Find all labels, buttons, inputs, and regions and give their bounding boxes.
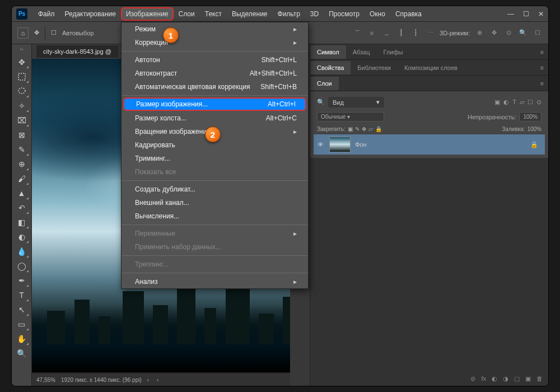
dodge-tool[interactable]: ◯ — [15, 259, 29, 273]
mask-icon[interactable]: ◐ — [492, 375, 497, 382]
lock-position-icon[interactable]: ✎ — [355, 126, 360, 132]
panel-menu-icon[interactable]: ≡ — [536, 49, 548, 55]
panel-menu-icon[interactable]: ≡ — [536, 80, 548, 87]
menu-item-calculations[interactable]: Вычисления... — [122, 209, 308, 223]
3d-pan-icon[interactable]: ✥ — [489, 28, 499, 38]
close-button[interactable]: ✕ — [538, 10, 544, 18]
filter-pixel-icon[interactable]: ▣ — [494, 99, 500, 106]
filter-type-icon[interactable]: T — [512, 99, 516, 106]
crop-tool[interactable]: ⌧ — [15, 114, 29, 127]
stamp-tool[interactable]: ▲ — [15, 186, 29, 200]
panel-menu-icon[interactable]: ≡ — [536, 64, 548, 71]
menu-item-duplicate[interactable]: Создать дубликат... — [122, 183, 308, 196]
tab-layers[interactable]: Слои — [310, 77, 339, 90]
menu-file[interactable]: Файл — [33, 7, 60, 21]
healing-tool[interactable]: ⊕ — [15, 157, 29, 171]
new-layer-icon[interactable]: ▣ — [525, 375, 531, 382]
menu-window[interactable]: Окно — [365, 7, 390, 21]
move-tool[interactable]: ✥ — [15, 55, 29, 69]
delete-icon[interactable]: 🗑 — [536, 375, 543, 382]
lock-icon[interactable]: 🔒 — [530, 141, 543, 148]
lasso-tool[interactable] — [15, 85, 29, 98]
minimize-button[interactable]: — — [507, 10, 514, 18]
filter-search-icon[interactable]: 🔍 — [317, 99, 325, 106]
adjustment-icon[interactable]: ◑ — [503, 375, 508, 382]
filter-shape-icon[interactable]: ▱ — [520, 99, 524, 106]
search-icon[interactable]: 🔍 — [518, 28, 528, 38]
share-icon[interactable]: ☐ — [533, 28, 543, 38]
menu-item-autotone[interactable]: АвтотонShift+Ctrl+L — [122, 53, 308, 67]
zoom-level[interactable]: 47,55% — [36, 377, 55, 383]
zoom-tool[interactable]: 🔍 — [15, 347, 29, 360]
menu-image[interactable]: Изображение — [121, 7, 174, 21]
tab-paragraph[interactable]: Абзац — [346, 45, 377, 59]
menu-item-adjustments[interactable]: Коррекция▸ — [122, 36, 308, 49]
eraser-tool[interactable]: ◧ — [15, 216, 29, 229]
menu-item-trim[interactable]: Тримминг... — [122, 152, 308, 165]
expand-tools-icon[interactable]: ›› — [20, 46, 24, 54]
tab-properties[interactable]: Свойства — [310, 61, 351, 74]
menu-item-apply-image[interactable]: Внешний канал... — [122, 196, 308, 209]
hand-tool[interactable]: ✋ — [15, 332, 29, 346]
filter-toggle-icon[interactable]: ⊙ — [536, 99, 542, 106]
lock-all-icon[interactable]: 🔒 — [375, 126, 382, 132]
fill-value[interactable]: 100% — [527, 126, 542, 132]
tab-libraries[interactable]: Библиотеки — [351, 61, 398, 74]
menu-layers[interactable]: Слои — [174, 7, 200, 21]
tab-character[interactable]: Символ — [310, 45, 346, 59]
group-icon[interactable]: ▢ — [514, 375, 520, 382]
tab-glyphs[interactable]: Глифы — [377, 45, 410, 59]
gradient-tool[interactable]: ◐ — [15, 230, 29, 244]
eyedropper-tool[interactable]: ✎ — [15, 143, 29, 156]
menu-select[interactable]: Выделение — [227, 7, 273, 21]
align-bottom-icon[interactable]: ⎽ — [381, 28, 391, 38]
layer-filter-select[interactable]: Вид▾ — [328, 97, 384, 108]
menu-item-canvas-size[interactable]: Размер холста...Alt+Ctrl+C — [122, 111, 308, 125]
menu-item-mode[interactable]: Режим▸ — [122, 22, 308, 36]
layer-name[interactable]: Фон — [355, 141, 367, 148]
frame-tool[interactable]: ⊠ — [15, 128, 29, 142]
history-brush-tool[interactable]: ↶ — [15, 201, 29, 214]
tab-layer-comps[interactable]: Композиции слоев — [398, 61, 464, 74]
layer-row-background[interactable]: 👁 Фон 🔒 — [314, 134, 545, 155]
maximize-button[interactable]: ☐ — [523, 10, 529, 18]
marquee-tool[interactable] — [15, 70, 29, 83]
align-hcenter-icon[interactable]: ┇ — [410, 28, 421, 38]
brush-tool[interactable]: 🖌 — [15, 172, 29, 185]
3d-zoom-icon[interactable]: ⊙ — [503, 28, 514, 38]
filter-adjust-icon[interactable]: ◐ — [503, 99, 509, 106]
link-layers-icon[interactable]: ⊘ — [470, 375, 475, 382]
align-left-icon[interactable]: ┃ — [396, 28, 406, 38]
opacity-value[interactable]: 100% — [519, 112, 542, 122]
menu-item-analysis[interactable]: Анализ▸ — [122, 275, 308, 288]
status-nav-left-icon[interactable]: ‹ — [157, 377, 158, 383]
status-chevron-icon[interactable]: › — [147, 377, 149, 383]
type-tool[interactable]: T — [15, 288, 29, 302]
document-tab[interactable]: city-sky-dark-8543.jpg @ — [36, 45, 118, 58]
lock-pixels-icon[interactable]: ▣ — [348, 126, 353, 132]
autoselect-checkbox[interactable]: ☐ — [51, 29, 57, 36]
visibility-icon[interactable]: 👁 — [316, 141, 325, 148]
menu-help[interactable]: Справка — [390, 7, 427, 21]
path-tool[interactable]: ↖ — [15, 303, 29, 316]
menu-3d[interactable]: 3D — [305, 7, 324, 21]
menu-filter[interactable]: Фильтр — [273, 7, 305, 21]
align-vcenter-icon[interactable]: ≡ — [367, 28, 377, 38]
more-icon[interactable]: ⋯ — [425, 28, 435, 38]
menu-item-autocolor[interactable]: Автоматическая цветовая коррекцияShift+C… — [122, 80, 308, 94]
3d-orbit-icon[interactable]: ⊕ — [474, 28, 484, 38]
menu-view[interactable]: Просмотр — [324, 7, 365, 21]
fx-icon[interactable]: fx — [481, 375, 486, 382]
filter-smart-icon[interactable]: ☐ — [528, 99, 533, 106]
menu-item-autocontrast[interactable]: АвтоконтрастAlt+Shift+Ctrl+L — [122, 67, 308, 80]
pen-tool[interactable]: ✒ — [15, 274, 29, 287]
blur-tool[interactable]: 💧 — [15, 245, 29, 258]
blend-mode-select[interactable]: Обычные ▾ — [317, 112, 384, 122]
lock-move-icon[interactable]: ✥ — [362, 126, 366, 132]
wand-tool[interactable]: ✧ — [15, 99, 29, 113]
align-top-icon[interactable]: ⎺ — [352, 28, 362, 38]
home-icon[interactable]: ⌂ — [17, 27, 29, 39]
shape-tool[interactable]: ▭ — [15, 318, 29, 331]
menu-text[interactable]: Текст — [200, 7, 227, 21]
lock-artboard-icon[interactable]: ▱ — [368, 126, 373, 132]
